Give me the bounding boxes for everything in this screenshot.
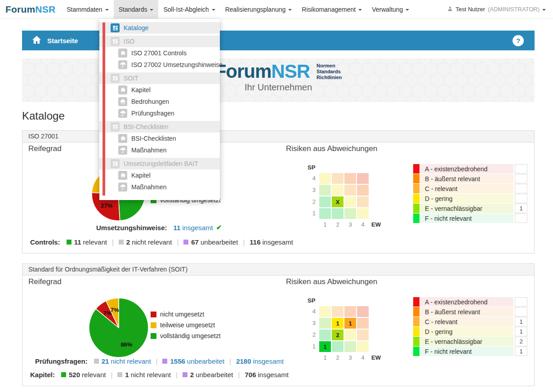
stat-number[interactable]: 21 <box>102 357 109 365</box>
app-logo[interactable]: ForumNSR <box>0 0 62 18</box>
stat-label-text[interactable]: insgesamt <box>182 224 213 232</box>
dropdown-item-label: Prüfungsfragen <box>131 110 174 117</box>
maturity-section-title: Reifegrad <box>28 277 62 286</box>
dropdown-item-kataloge[interactable]: Kataloge <box>99 22 220 34</box>
dropdown-item-label: ISO 27001 Controls <box>131 49 187 57</box>
dropdown-item-label: Umsetzungsleitfaden BAIT <box>124 160 198 167</box>
maturity-legend-item-vollständig-umgesetzt: vollständig umgesetzt <box>151 330 221 341</box>
stat-label-text: nicht relevant <box>131 371 171 379</box>
nav-item-risikomanagement[interactable]: Risikomanagement <box>297 0 367 18</box>
nav-item-label: Verwaltung <box>372 6 403 13</box>
risk-class-label: B - äußerst relevant <box>419 174 513 183</box>
nav-item-label: Stammdaten <box>67 6 102 13</box>
risk-matrix-mark: 1 <box>323 343 326 350</box>
risk-matrix-cell-sp4-ew2 <box>332 306 343 317</box>
stat-number[interactable]: 11 <box>174 224 181 232</box>
stat-label-text[interactable]: insgesamt <box>253 357 284 365</box>
dropdown-item-kapitel[interactable]: Kapitel <box>99 169 220 181</box>
separator: | <box>238 371 240 379</box>
app-logo-part2: NSR <box>35 4 55 14</box>
nav-item-stammdaten[interactable]: Stammdaten <box>62 0 113 18</box>
risk-class-row-c: C - relevant <box>413 184 527 193</box>
matrix-row-label: 2 <box>306 330 316 340</box>
stat-number[interactable]: 2180 <box>236 357 251 365</box>
catalog-icon <box>111 122 120 131</box>
checkmark-icon: ✔ <box>216 223 222 232</box>
dropdown-item-iso-27002-umsetzungshinweise[interactable]: ISO 27002 Umsetzungshinweise <box>99 59 220 71</box>
risk-class-color-swatch <box>413 307 419 316</box>
nav-item-soll-ist-abgleich[interactable]: Soll-Ist-Abgleich <box>158 0 220 18</box>
risk-class-color-swatch <box>413 347 419 356</box>
risk-matrix-cell-sp1-ew3 <box>344 208 356 219</box>
separator: | <box>176 371 178 379</box>
risk-class-label: C - relevant <box>419 317 513 326</box>
risk-matrix-mark: 2 <box>336 332 339 339</box>
risk-section-title: Risiken aus Abweichungen <box>286 277 377 286</box>
umbrella-icon <box>118 60 127 69</box>
dropdown-item-maßnahmen[interactable]: Maßnahmen <box>99 181 220 193</box>
company-banner: ForumNSR Normen Standards Richtlinien Ih… <box>22 58 535 102</box>
breadcrumb-label: Startseite <box>47 37 78 45</box>
banner-logo: ForumNSR <box>215 61 310 82</box>
nav-item-label: Soll-Ist-Abgleich <box>163 6 209 13</box>
risk-class-row-b: B - äußerst relevant <box>413 307 527 316</box>
dropdown-item-label: ISO 27002 Umsetzungshinweise <box>131 61 223 68</box>
dropdown-item-label: Kapitel <box>131 172 151 179</box>
dropdown-item-label: BSI-Checklisten <box>124 123 169 130</box>
dropdown-item-kapitel[interactable]: Kapitel <box>99 84 220 96</box>
risk-matrix-cell-sp1-ew4 <box>357 341 369 352</box>
tagline-line: Standards <box>317 69 342 75</box>
matrix-row-label: 4 <box>306 306 316 317</box>
risk-matrix-mark: X <box>336 199 340 205</box>
risk-matrix-cell-sp3-ew1 <box>319 185 331 196</box>
stat-label-text[interactable]: unbearbeitet <box>187 357 224 365</box>
dropdown-item-prüfungsfragen[interactable]: Prüfungsfragen <box>99 107 220 119</box>
matrix-col-label: 2 <box>332 221 343 228</box>
risk-matrix-cell-sp1-ew1 <box>319 208 331 219</box>
risk-class-label: D - gering <box>419 194 513 203</box>
risk-class-row-d: D - gering1 <box>413 327 527 336</box>
umsetzungshinweise-summary: Umsetzungshinweise: 11 insgesamt ✔ <box>96 223 222 232</box>
risk-class-label: E - vernachlässigbar <box>419 337 513 346</box>
nav-item-verwaltung[interactable]: Verwaltung <box>367 0 414 18</box>
risk-class-row-a: A - existenzbedrohend <box>413 297 527 307</box>
risk-class-count: 1 <box>515 204 527 213</box>
nav-item-realisierungsplanung[interactable]: Realisierungsplanung <box>220 0 297 18</box>
nav-item-standards[interactable]: Standards <box>114 0 159 18</box>
breadcrumb-bar: Startseite ? <box>22 31 535 50</box>
legend-label: teilweise umgesetzt <box>160 321 215 329</box>
user-menu[interactable]: Test Nutzer (ADMINISTRATOR) <box>440 0 553 18</box>
risk-matrix-cell-sp1-ew1: 1 <box>319 341 331 352</box>
dropdown-item-label: ISO <box>124 38 134 45</box>
dropdown-item-bsi-checklisten[interactable]: BSI-Checklisten <box>99 133 220 144</box>
company-name: Ihr Unternehmen <box>245 82 312 93</box>
stat-color-square <box>183 372 187 377</box>
stat-color-square <box>183 240 188 245</box>
matrix-x-axis-label: EW <box>371 221 381 228</box>
risk-class-row-f: F - nicht relevant <box>413 214 527 223</box>
risk-class-count: 1 <box>515 327 527 336</box>
stat-number: 520 <box>69 371 80 379</box>
risk-class-label: B - äußerst relevant <box>419 307 513 316</box>
legend-label: nicht umgesetzt <box>160 311 204 318</box>
dropdown-item-iso-27001-controls[interactable]: ISO 27001 Controls <box>99 47 220 59</box>
help-button[interactable]: ? <box>513 35 524 46</box>
stat-color-square <box>162 359 167 364</box>
stat-label-text[interactable]: nicht relevant <box>111 357 151 365</box>
risk-class-count: 1 <box>515 347 527 356</box>
dropdown-item-label: SOIT <box>124 75 138 82</box>
risk-matrix-cell-sp1-ew4 <box>357 208 369 219</box>
maturity-legend-item-teilweise-umgesetzt: teilweise umgesetzt <box>151 320 221 330</box>
chevron-down-icon <box>105 9 109 11</box>
risk-class-label: A - existenzbedrohend <box>419 297 513 307</box>
dropdown-item-maßnahmen[interactable]: Maßnahmen <box>99 144 220 156</box>
stat-row-label: Controls: <box>30 238 60 246</box>
legend-color-swatch <box>151 322 156 328</box>
risk-matrix-cell-sp3-ew4 <box>357 185 369 196</box>
stat-number[interactable]: 1556 <box>170 357 185 365</box>
dropdown-item-label: Maßnahmen <box>131 147 167 154</box>
dropdown-item-bedrohungen[interactable]: Bedrohungen <box>99 96 220 107</box>
legend-label: vollständig umgesetzt <box>160 332 221 339</box>
startseite-link[interactable]: Startseite <box>32 36 78 46</box>
matrix-col-label: 2 <box>332 354 343 361</box>
